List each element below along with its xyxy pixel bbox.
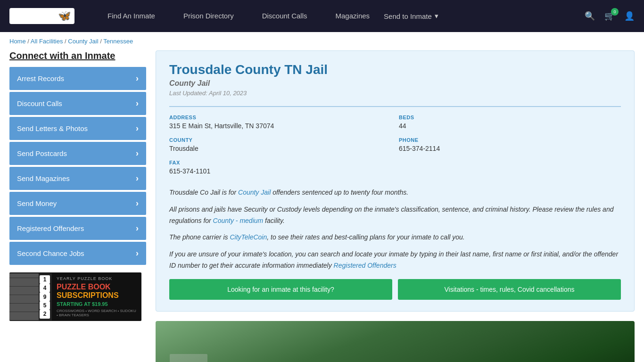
phone-value: 615-374-2114	[399, 145, 621, 152]
sidebar-item-arrest-records[interactable]: Arrest Records ›	[9, 67, 146, 90]
nav-prison-directory[interactable]: Prison Directory	[169, 12, 248, 20]
county-medium-link[interactable]: County - medium	[213, 217, 264, 224]
desc1: Trousdale Co Jail is for County Jail off…	[169, 187, 621, 198]
sidebar-item-second-chance-jobs[interactable]: Second Chance Jobs ›	[9, 242, 146, 265]
action-buttons: Looking for an inmate at this facility? …	[169, 279, 621, 300]
facility-updated: Last Updated: April 10, 2023	[169, 90, 621, 97]
desc2: All prisons and jails have Security or C…	[169, 204, 621, 227]
sidebar-item-send-letters[interactable]: Send Letters & Photos ›	[9, 117, 146, 140]
facility-card: Trousdale County TN Jail County Jail Las…	[156, 50, 635, 312]
chevron-icon: ›	[136, 223, 139, 233]
sidebar-item-send-magazines[interactable]: Send Magazines ›	[9, 167, 146, 190]
ad-types: CROSSWORDS • WORD SEARCH • SUDOKU • BRAI…	[57, 309, 137, 317]
breadcrumb-county-jail[interactable]: County Jail	[68, 38, 98, 45]
content: Trousdale County TN Jail County Jail Las…	[156, 50, 635, 362]
chevron-icon: ›	[136, 248, 139, 258]
ad-title: PUZZLE BOOK SUBSCRIPTIONS	[57, 283, 137, 299]
sidebar-item-send-money[interactable]: Send Money ›	[9, 192, 146, 215]
chevron-icon: ›	[136, 148, 139, 158]
desc3: The phone carrier is CityTeleCoin, to se…	[169, 232, 621, 243]
beds-value: 44	[399, 122, 621, 130]
county-group: COUNTY Trousdale	[169, 137, 391, 152]
facility-image	[156, 321, 635, 362]
breadcrumb-state[interactable]: Tennessee	[103, 38, 133, 45]
breadcrumb-home[interactable]: Home	[9, 38, 26, 45]
logo-all: All	[44, 10, 57, 22]
main-nav: inmate All 🦋 Find An Inmate Prison Direc…	[0, 0, 644, 32]
sidebar-item-registered-offenders[interactable]: Registered Offenders ›	[9, 217, 146, 240]
breadcrumb: Home / All Facilities / County Jail / Te…	[0, 32, 644, 50]
address-group: ADDRESS 315 E Main St, Hartsville, TN 37…	[169, 115, 391, 130]
address-label: ADDRESS	[169, 115, 391, 120]
cart-badge: 0	[611, 8, 619, 16]
phone-group: PHONE 615-374-2114	[399, 137, 621, 152]
county-jail-link[interactable]: County Jail	[238, 189, 271, 196]
nav-links: Find An Inmate Prison Directory Discount…	[93, 12, 575, 20]
citytelecoin-link[interactable]: CityTeleCoin	[230, 233, 267, 241]
county-value: Trousdale	[169, 145, 391, 152]
visitations-button[interactable]: Visitations - times, rules, Covid cancel…	[398, 279, 621, 300]
logo-icon: 🦋	[58, 10, 71, 22]
registered-offenders-link[interactable]: Registered Offenders	[334, 262, 396, 269]
county-label: COUNTY	[169, 137, 391, 143]
sidebar-title: Connect with an Inmate	[9, 50, 146, 61]
address-value: 315 E Main St, Hartsville, TN 37074	[169, 122, 391, 130]
phone-label: PHONE	[399, 137, 621, 143]
fax-value: 615-374-1101	[169, 167, 391, 175]
chevron-icon: ›	[136, 74, 139, 83]
nav-send-to-inmate[interactable]: Send to Inmate ▾	[384, 12, 438, 20]
chevron-icon: ›	[136, 99, 139, 108]
sidebar-items: Arrest Records › Discount Calls › Send L…	[9, 67, 146, 265]
chevron-icon: ›	[136, 173, 139, 183]
beds-label: BEDS	[399, 115, 621, 120]
beds-group: BEDS 44	[399, 115, 621, 130]
nav-find-inmate[interactable]: Find An Inmate	[93, 12, 169, 20]
desc4: If you are unsure of your inmate's locat…	[169, 249, 621, 272]
user-icon[interactable]: 👤	[624, 11, 635, 21]
search-icon[interactable]: 🔍	[585, 11, 595, 21]
facility-title: Trousdale County TN Jail	[169, 62, 621, 77]
find-inmate-button[interactable]: Looking for an inmate at this facility?	[169, 279, 392, 300]
cart-icon[interactable]: 🛒 0	[604, 11, 615, 21]
sidebar-item-discount-calls[interactable]: Discount Calls ›	[9, 92, 146, 115]
fax-label: FAX	[169, 160, 391, 165]
main-container: Connect with an Inmate Arrest Records › …	[0, 50, 644, 362]
logo-text: inmate	[13, 10, 44, 22]
ad-yearly: YEARLY PUZZLE BOOK	[57, 276, 137, 281]
nav-discount-calls[interactable]: Discount Calls	[248, 12, 322, 20]
facility-details: ADDRESS 315 E Main St, Hartsville, TN 37…	[169, 106, 621, 175]
sidebar-item-send-postcards[interactable]: Send Postcards ›	[9, 142, 146, 165]
facility-type: County Jail	[169, 79, 621, 88]
facility-description: Trousdale Co Jail is for County Jail off…	[169, 182, 621, 272]
sidebar: Connect with an Inmate Arrest Records › …	[9, 50, 146, 362]
nav-magazines[interactable]: Magazines	[322, 12, 384, 20]
logo[interactable]: inmate All 🦋	[9, 8, 74, 24]
chevron-icon: ›	[136, 123, 139, 133]
nav-icons: 🔍 🛒 0 👤	[585, 11, 635, 21]
sidebar-ad[interactable]: 1 4 9 5 2 YEARLY PUZZLE BOOK PUZZLE BOOK…	[9, 272, 146, 321]
breadcrumb-all-facilities[interactable]: All Facilities	[31, 38, 63, 45]
fax-group: FAX 615-374-1101	[169, 160, 391, 175]
ad-starting: STARTING AT $19.95	[57, 301, 137, 307]
chevron-icon: ›	[136, 198, 139, 208]
